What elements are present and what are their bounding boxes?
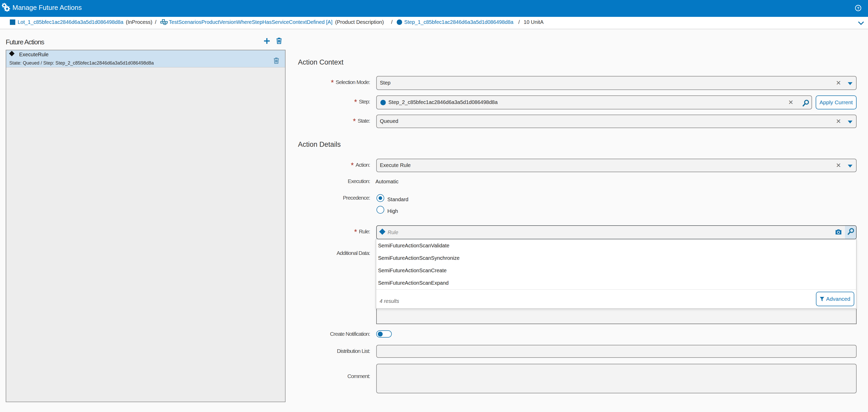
svg-text:?: ? (857, 6, 859, 10)
